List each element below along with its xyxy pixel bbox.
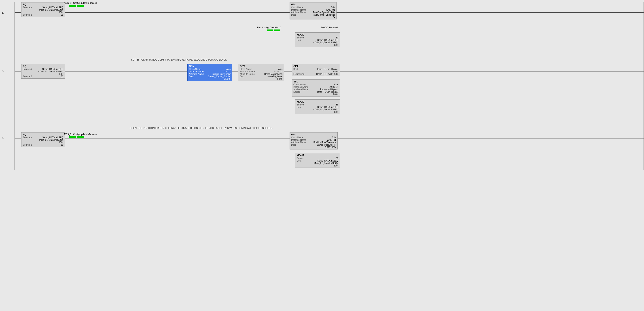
gsv-block-row6[interactable]: GSV Class Name Axis Instance Name AXIS_0… — [290, 132, 338, 149]
ssv-row5-an-label: Attribute Name — [294, 88, 308, 91]
eq-row6-sa-value: Servo_DATA.InitSEQ — [42, 136, 63, 139]
gsv-row6-dest-num: 0.6702081• — [325, 146, 336, 149]
gsv-row5-left-cn-label: Class Name — [189, 68, 201, 70]
eq-row4-sa-value: Servo_DATA.InitSEQ — [42, 6, 63, 9]
move-row6-src-label: Source — [297, 157, 304, 160]
gsv-block-row5-mid[interactable]: GSV Class Name Axis Instance Name AXIS_0… — [238, 64, 284, 81]
eq-block-row4[interactable]: EQ Source A Servo_DATA.InitSEQ <Axis_01_… — [21, 2, 65, 17]
eq-row5-sb-value: 30 — [61, 75, 63, 78]
cpt-row5-expr-value: HomeTQ_Level * 1.10 — [316, 73, 338, 75]
row6-bar-2 — [77, 136, 84, 138]
gsv-row5-mid-title: GSV — [240, 65, 282, 67]
move-row5-src-value: 35 — [336, 103, 338, 106]
eq-row4-sb-label: Source B — [23, 14, 32, 16]
gsv-row4-classname-value: Axis — [331, 6, 335, 9]
ladder-canvas: 4 EQ Source A Servo_DATA.InitSEQ <Axis_0… — [0, 0, 644, 311]
gsv-row5-left-an-label: Attribute Name — [189, 73, 204, 75]
gsv-row5-left-title: GSV — [189, 65, 230, 67]
move-block-row5[interactable]: MOVE Source 35 Dest Servo_DATA.InitSEQ <… — [295, 99, 340, 114]
eq-block-row6[interactable]: EQ Source A Servo_DATA.InitSEQ <Axis_01_… — [21, 132, 65, 147]
eq-row4-sb-value: 25 — [61, 14, 63, 16]
cpt-row5-dest-num: 88.0• — [333, 70, 338, 73]
move-row5-dest-num: 100• — [334, 111, 338, 113]
cpt-row5-dest-label: Dest — [294, 68, 298, 70]
eq-title-row5: EQ — [23, 65, 63, 67]
green-bar-1 — [69, 5, 76, 7]
move-row6-dest-value: Servo_DATA.InitSEQ — [317, 160, 338, 162]
row4-indicator-label: AXIS_01.ConfigUpdateInProcess — [64, 2, 97, 4]
faultconfig-label: FaultConfig_Checking.0 — [257, 26, 281, 29]
ssv-row5-src-label: Source — [294, 91, 300, 93]
ssv-row5-in-label: Instance Name — [294, 86, 308, 88]
move-row4-title: MOVE — [297, 33, 338, 36]
ssv-row5-in-value: AXIS_01 — [330, 86, 338, 88]
move-row5-title: MOVE — [297, 100, 338, 103]
row-number-4: 4 — [2, 11, 4, 15]
move-row5-dest-label: Dest — [297, 106, 302, 108]
gsv-row5-mid-in-value: AXIS_01 — [274, 70, 282, 73]
ssv-row5-cn-value: Axis — [334, 83, 338, 86]
cpt-block-row5[interactable]: CPT Dest Temp_TQLim_Bipolar 88.0• Expres… — [292, 64, 340, 76]
softot-contact: | — [326, 29, 327, 33]
gsv-row5-left-dest-num: 250.0• — [224, 78, 230, 80]
cpt-row5-expr-label: Expression — [294, 73, 304, 75]
gsv-row6-in-label: Instance Name — [291, 139, 306, 141]
gsv-row4-attrname-value: FaultConfigurationBits — [313, 11, 335, 14]
row4-green-bars — [69, 5, 84, 7]
move-block-row4[interactable]: MOVE Source 30 Dest Servo_DATA.InitSEQ <… — [295, 32, 340, 47]
gsv-row5-left-in-label: Instance Name — [189, 70, 204, 73]
gsv-row5-mid-cn-value: Axis — [278, 68, 282, 70]
row-number-5: 5 — [2, 69, 4, 73]
gsv-row4-instname-value: AXIS_01 — [326, 9, 335, 11]
gsv-row5-mid-dest-value: HomeTQ_Level — [267, 75, 282, 78]
gsv-block-row5-left[interactable]: GSV Class Name Axis Instance Name AXIS_0… — [188, 64, 232, 81]
move-block-row6[interactable]: MOVE Source 36 Dest Servo_DATA.InitSEQ <… — [295, 153, 340, 168]
gsv-row6-cn-label: Class Name — [291, 136, 303, 139]
move-row4-dest-value: Servo_DATA.InitSEQ — [317, 39, 338, 41]
row-number-6: 6 — [2, 136, 4, 140]
move-row4-src-label: Source — [297, 36, 304, 39]
gsv-row5-left-dest-value: Saved_TQLim_Bipolar — [208, 75, 230, 78]
move-row6-src-value: 36 — [336, 157, 338, 160]
eq-row6-sa-num: 100• — [59, 141, 63, 144]
gsv-row4-dest-label: Dest — [291, 14, 296, 16]
gsv-row5-mid-an-value: HomeTorqueLevel — [264, 73, 282, 75]
cpt-row5-dest-value: Temp_TQLim_Bipolar — [317, 68, 338, 70]
gsv-row5-left-cn-value: Axis — [226, 68, 230, 70]
eq-row5-sa-label: Source A — [23, 68, 32, 70]
faultconfig-green-bars — [267, 29, 280, 31]
gsv-row5-mid-dest-num: 80.0• — [277, 78, 282, 80]
eq-row6-sb-value: 35 — [61, 144, 63, 146]
gsv-block-row4[interactable]: GSV Class Name Axis Instance Name AXIS_0… — [290, 2, 336, 19]
gsv-row4-dest-num: 0• — [333, 16, 335, 18]
move-row5-dest-sub: <Axis_01_Data.InitSEQ> — [314, 108, 338, 111]
gsv-row5-left-an-value: TorqueLimitBipolar — [212, 73, 230, 75]
faultconfig-bar-1 — [267, 29, 273, 31]
eq-row6-sb-label: Source B — [23, 144, 32, 146]
ssv-block-row5[interactable]: SSV Class Name Axis Instance Name AXIS_0… — [292, 79, 340, 96]
eq-row4-sa-sub: <Axis_01_Data.InitSEQ> — [38, 9, 63, 11]
move-row4-src-value: 30 — [336, 36, 338, 39]
faultconfig-bar-2 — [274, 29, 280, 31]
gsv-row4-dest-value: FaultConfig_Checking — [313, 14, 335, 16]
gsv-row5-left-in-value: AXIS_01 — [222, 70, 230, 73]
gsv-row6-cn-value: Axis — [332, 136, 336, 139]
gsv-row4-instname-label: Instance Name — [291, 9, 306, 11]
gsv-row5-mid-cn-label: Class Name — [240, 68, 252, 70]
row6-bar-1 — [69, 136, 76, 138]
move-row5-dest-value: Servo_DATA.InitSEQ — [317, 106, 338, 108]
eq-row5-sa-num: 100• — [59, 73, 63, 75]
move-row5-src-label: Source — [297, 103, 304, 106]
gsv-row4-classname-label: Class Name — [291, 6, 303, 9]
eq-block-row5[interactable]: EQ Source A Servo_DATA.InitSEQ <Axis_01_… — [21, 64, 65, 79]
move-row6-dest-num: 100• — [334, 164, 338, 167]
gsv-row5-mid-in-label: Instance Name — [240, 70, 255, 73]
gsv-row6-dest-label: Dest — [291, 144, 296, 146]
gsv-row6-title: GSV — [291, 133, 336, 136]
eq-row5-sa-value: Servo_DATA.InitSEQ — [42, 68, 63, 70]
move-row4-dest-sub: <Axis_01_Data.InitSEQ> — [314, 41, 338, 44]
row6-green-bars — [69, 136, 84, 138]
gsv-row5-mid-an-label: Attribute Name — [240, 73, 255, 75]
comment-row6: OPEN THE POSITION ERROR TOLERANCE TO AVO… — [45, 127, 358, 129]
move-row6-dest-label: Dest — [297, 160, 302, 162]
